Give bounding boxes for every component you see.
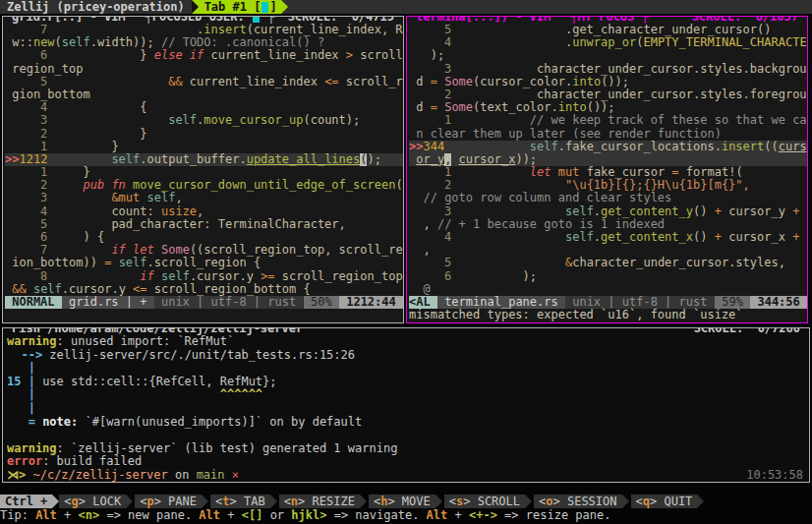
tab-label: Tab #1 [ (204, 0, 261, 14)
keybind-move: <h> MOVE (369, 495, 435, 508)
code-line: 4 { (5, 101, 403, 114)
code-line: 15 | use std::cell::{RefCell, RefMut}; (7, 376, 809, 389)
code-line: >>1212 self.output_buffer.update_all_lin… (5, 153, 403, 166)
powerline-separator-icon (622, 495, 629, 508)
code-line: = note: `#[warn(unused_imports)]` on by … (7, 416, 809, 430)
code-area-terminal: 5 .get_character_under_cursor() 4 .unwra… (409, 24, 807, 296)
code-line: 6 ) { (5, 231, 403, 244)
keybind-session: <o> SESSION (534, 495, 622, 508)
code-line: ⋊> ~/c/z/zellij-server on main ×10:53:58 (7, 469, 809, 483)
statusline-segment: 50% (304, 296, 339, 309)
code-line: 1 } (5, 166, 403, 179)
tab-label-end: ] (269, 0, 276, 14)
pane-grid-title-row: grid.r[..] - VIM FOCUSED USER: SCROLL: 0… (9, 16, 397, 24)
code-line: 1 // we keep track of these so that we c… (409, 114, 807, 127)
status-keybar: Ctrl + <g> LOCK<p> PANE<t> TAB<n> RESIZE… (0, 495, 812, 508)
code-line: ion_bottom)) = self.scroll_region { (5, 257, 403, 269)
scroll-indicator: SCROLL: 0/1037 (689, 16, 801, 24)
tab-1[interactable]: Tab #1 [ ] (199, 0, 281, 14)
code-line: , (409, 244, 807, 257)
code-line: d = Some(cursor_color.into()); (409, 76, 807, 88)
code-line: >>344 self.fake_cursor_locations.insert(… (409, 141, 807, 153)
keybind-scroll: <s> SCROLL (444, 495, 525, 508)
pane-title: Fish /home/aram/code/zellij/zellij-serve… (9, 327, 306, 335)
keybind-tab: <t> TAB (210, 495, 270, 508)
code-line: 3 self.get_content_y() + cursor_y + 1 (409, 205, 807, 218)
pane-title: termina[...]) - VIM (413, 16, 553, 24)
code-line: // goto row column and clear styles (409, 192, 807, 204)
code-line: 5 &character_under_cursor.styles, (409, 257, 807, 269)
shell-output-area: warning: unused import: `RefMut` --> zel… (7, 335, 809, 483)
fish-title-row: Fish /home/aram/code/zellij/zellij-serve… (9, 327, 803, 335)
code-line: && self.cursor.y <= scroll_region_bottom… (5, 283, 403, 296)
pane-grid-rs[interactable]: grid.r[..] - VIM FOCUSED USER: SCROLL: 0… (2, 16, 404, 323)
pane-title: grid.r[..] - VIM (9, 16, 129, 24)
session-name: Zellij (pricey-operation) (0, 0, 192, 14)
code-line: | ^^^^^^ (7, 388, 809, 402)
my-focus-indicator: MY FOCUS (567, 16, 651, 24)
code-line: 2 character_under_cursor.styles.foregrou… (409, 88, 807, 101)
code-area-grid: 7 .insert(current_line_index, Ro w::new(… (5, 24, 403, 296)
code-line: 2 } (5, 128, 403, 141)
keybind-resize: <n> RESIZE (279, 495, 360, 508)
powerline-separator-icon (435, 495, 442, 508)
code-line: 5 && current_line_index <= scroll_re (5, 76, 403, 88)
pane-area: grid.r[..] - VIM FOCUSED USER: SCROLL: 0… (0, 16, 812, 323)
code-line: n clear them up later (see render functi… (409, 128, 807, 141)
pane-terminal-pane-rs[interactable]: termina[...]) - VIM MY FOCUS SCROLL: 0/1… (406, 16, 808, 323)
code-line (7, 429, 809, 442)
code-line: 3 self.move_cursor_up(count); (5, 114, 403, 127)
code-line: 2 "\u{1b}[{};{}H\u{1b}[m{}", (409, 179, 807, 192)
code-line: 4 self.get_content_x() + cursor_x + 1 (409, 231, 807, 244)
statusline-segment: 1212:44 (339, 296, 403, 309)
pane-fish-shell[interactable]: Fish /home/aram/code/zellij/zellij-serve… (2, 327, 810, 483)
code-line: 3 character_under_cursor.styles.backgrou… (409, 63, 807, 76)
powerline-separator-icon (281, 0, 288, 14)
zellij-screen: Zellij (pricey-operation) Tab #1 [ ] gri… (0, 0, 812, 524)
statusline-segment: 344:56 (750, 296, 807, 309)
tip-bar: Tip: Alt + <n> => new pane. Alt + <[] or… (0, 508, 812, 522)
powerline-separator-icon (697, 495, 704, 508)
code-line: 2 pub fn move_cursor_down_until_edge_of_… (5, 179, 403, 192)
powerline-separator-icon (202, 495, 208, 508)
statusline-segment: unix | utf-8 | rust (154, 296, 304, 309)
code-line: , // + 1 because goto is 1 indexed (409, 218, 807, 231)
powerline-separator-icon (360, 495, 367, 508)
code-line: warning: unused import: `RefMut` (7, 335, 809, 349)
code-line: d = Some(text_color.into()); (409, 101, 807, 114)
code-line: @ (409, 283, 807, 296)
code-line: | (7, 402, 809, 416)
code-line: 7 .insert(current_line_index, Ro (5, 24, 403, 36)
code-line: gion_bottom (5, 88, 403, 101)
code-line: 5 pad_character: TerminalCharacter, (5, 218, 403, 231)
keybind-pane: <p> PANE (135, 495, 202, 508)
powerline-separator-icon (525, 495, 532, 508)
statusline-segment: NORMAL (5, 296, 62, 309)
code-line: warning: `zellij-server` (lib test) gene… (7, 442, 809, 456)
powerline-separator-icon (270, 495, 277, 508)
code-line: 8 if self.cursor.y >= scroll_region_top (5, 270, 403, 283)
keybind-lock: <g> LOCK (59, 495, 126, 508)
code-line: ); (409, 49, 807, 62)
code-line: 6 } else if current_line_index > scroll_ (5, 49, 403, 62)
tab-bar: Zellij (pricey-operation) Tab #1 [ ] (0, 0, 812, 14)
tip-text: Tip: Alt + <n> => new pane. Alt + <[] or… (0, 508, 812, 522)
tab-cursor-block (261, 2, 268, 13)
statusline-segment: grid.rs | + (62, 296, 154, 309)
code-line: 3 &mut self, (5, 192, 403, 204)
code-line: 6 ); (409, 270, 807, 283)
keybind-quit: <q> QUIT (631, 495, 698, 508)
code-line: w::new(self.width)); // TODO: .canonical… (5, 36, 403, 49)
code-line: | (7, 362, 809, 376)
code-line: --> zellij-server/src/./unit/tab_tests.r… (7, 349, 809, 363)
focused-user-indicator: FOCUSED USER: (143, 16, 278, 24)
user-cursor-block (253, 16, 260, 23)
code-line: 1 let mut fake_cursor = format!( (409, 166, 807, 179)
powerline-separator-icon (192, 0, 199, 14)
powerline-separator-icon (52, 495, 59, 508)
scroll-indicator: SCROLL: 0/7260 (691, 327, 803, 335)
code-line: 5 .get_character_under_cursor() (409, 24, 807, 36)
code-line: or_y, cursor_x)); (409, 153, 807, 166)
code-line: region_top (5, 63, 403, 76)
code-line: 1 } (5, 141, 403, 153)
